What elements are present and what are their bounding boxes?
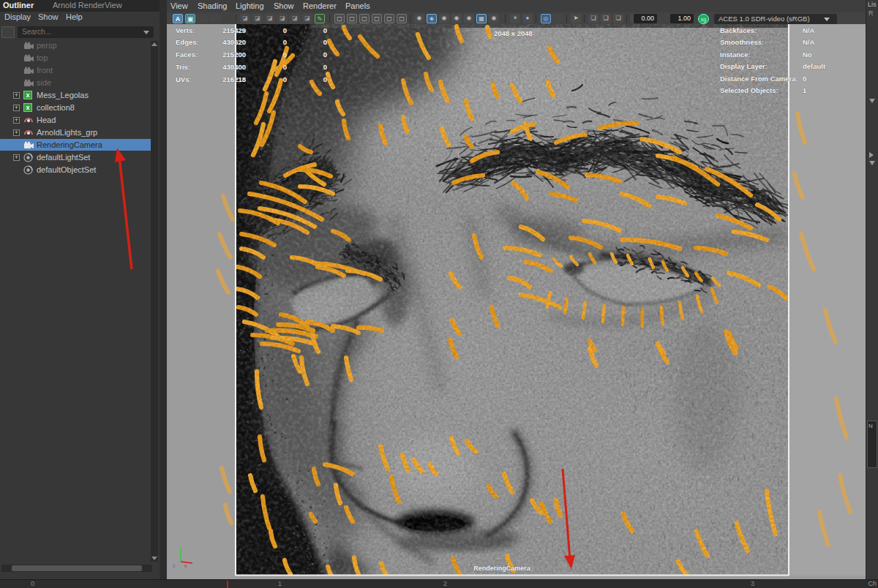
svg-text:0: 0 bbox=[323, 38, 327, 46]
svg-text:Edges:: Edges: bbox=[176, 38, 199, 46]
svg-text:215429: 215429 bbox=[222, 26, 246, 34]
svg-text:Tris:: Tris: bbox=[176, 63, 190, 71]
svg-text:216218: 216218 bbox=[222, 75, 246, 83]
svg-text:Instance:: Instance: bbox=[720, 50, 751, 59]
svg-text:0: 0 bbox=[323, 75, 327, 83]
svg-text:UVs:: UVs: bbox=[176, 75, 192, 83]
svg-text:Backfaces:: Backfaces: bbox=[720, 26, 757, 34]
svg-text:0: 0 bbox=[283, 38, 287, 46]
svg-text:2048 x 2048: 2048 x 2048 bbox=[494, 29, 533, 37]
svg-text:default: default bbox=[803, 62, 826, 70]
svg-text:No: No bbox=[803, 50, 812, 59]
svg-text:0: 0 bbox=[323, 63, 327, 71]
svg-text:430620: 430620 bbox=[222, 38, 246, 46]
svg-text:0: 0 bbox=[283, 75, 287, 83]
svg-text:0: 0 bbox=[283, 63, 287, 71]
svg-text:N/A: N/A bbox=[803, 26, 815, 34]
svg-text:x: x bbox=[184, 563, 187, 568]
svg-text:Verts:: Verts: bbox=[176, 26, 195, 34]
svg-text:RenderingCamera: RenderingCamera bbox=[473, 565, 531, 572]
svg-text:0: 0 bbox=[283, 26, 287, 34]
svg-text:N/A: N/A bbox=[803, 38, 815, 46]
svg-text:Faces:: Faces: bbox=[176, 50, 198, 59]
svg-text:0: 0 bbox=[803, 75, 806, 83]
svg-text:0: 0 bbox=[323, 50, 327, 59]
svg-text:430400: 430400 bbox=[222, 63, 246, 71]
svg-text:z: z bbox=[173, 563, 176, 568]
svg-text:0: 0 bbox=[323, 26, 327, 34]
svg-text:0: 0 bbox=[283, 50, 287, 59]
svg-text:1: 1 bbox=[803, 86, 807, 94]
svg-text:215200: 215200 bbox=[222, 50, 246, 59]
svg-text:Selected Objects:: Selected Objects: bbox=[720, 86, 778, 94]
svg-text:Distance From Camera:: Distance From Camera: bbox=[720, 75, 798, 83]
svg-text:Smoothness:: Smoothness: bbox=[720, 38, 764, 46]
svg-text:Display Layer:: Display Layer: bbox=[720, 62, 768, 70]
